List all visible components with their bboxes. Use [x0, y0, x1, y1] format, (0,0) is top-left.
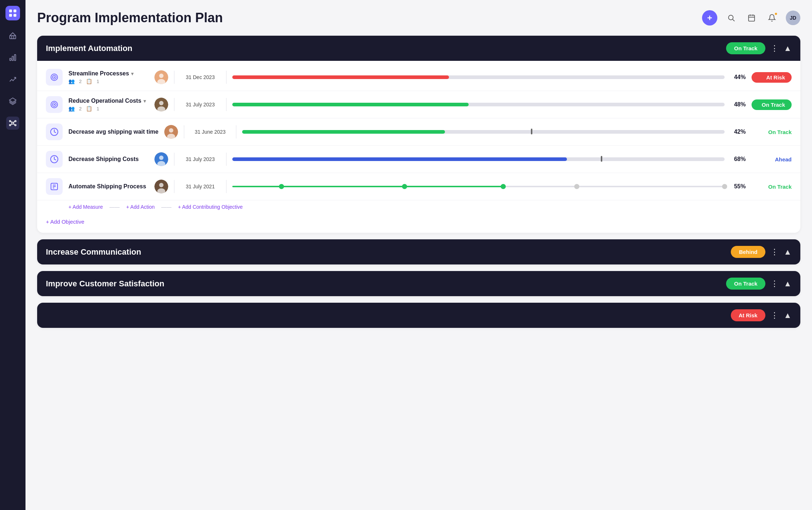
progress-area: 48%	[232, 101, 746, 108]
page-header: Program Implementation Plan	[37, 10, 800, 26]
objective-avatar	[154, 98, 168, 111]
section-title: Improve Customer Satisfaction	[46, 279, 164, 289]
status-text: On Track	[752, 129, 792, 135]
add-links-row: + Add Measure——+ Add Action——+ Add Contr…	[37, 200, 800, 215]
action-icon: 📋	[86, 78, 92, 84]
objective-row: Reduce Operational Costs▾ 👥 2 📋 1	[37, 91, 800, 118]
sidebar-item-network[interactable]	[6, 117, 19, 130]
main-content: Program Implementation Plan	[25, 0, 812, 510]
sidebar-item-trend[interactable]	[6, 73, 19, 86]
objective-name-area: Decrease avg shipping wait time	[68, 129, 158, 135]
chevron-icon[interactable]: ▾	[131, 71, 134, 76]
member-count: 2	[79, 106, 82, 111]
svg-point-39	[169, 128, 173, 133]
search-button[interactable]	[725, 11, 738, 24]
section-fourth-section: At Risk ⋮ ▲	[37, 303, 800, 328]
section-increase-communication: Increase Communication Behind ⋮ ▲	[37, 239, 800, 264]
section-status-badge: On Track	[726, 278, 765, 290]
divider	[174, 98, 174, 111]
svg-rect-5	[10, 58, 11, 60]
svg-point-13	[15, 125, 16, 126]
divider	[226, 98, 226, 111]
more-options-button[interactable]: ⋮	[770, 279, 779, 289]
svg-point-11	[15, 121, 16, 122]
status-text: On Track	[752, 184, 792, 190]
collapse-button[interactable]: ▲	[784, 247, 792, 257]
svg-line-15	[13, 121, 15, 123]
sidebar-logo[interactable]	[5, 6, 20, 20]
collapse-button[interactable]: ▲	[784, 279, 792, 289]
divider	[174, 71, 174, 84]
divider	[226, 71, 226, 84]
section-title: Implement Automation	[46, 44, 133, 53]
section-header-right: Behind ⋮ ▲	[731, 246, 792, 258]
notification-button[interactable]	[765, 11, 779, 24]
objective-date: 31 July 2021	[180, 184, 220, 189]
add-link-0[interactable]: + Add Measure	[68, 204, 103, 210]
svg-point-49	[159, 183, 163, 187]
svg-rect-1	[13, 9, 16, 12]
svg-rect-6	[12, 56, 13, 60]
svg-point-30	[159, 74, 163, 78]
svg-rect-2	[9, 14, 12, 17]
action-count: 1	[96, 79, 99, 84]
svg-rect-22	[749, 15, 755, 21]
svg-rect-7	[15, 55, 16, 61]
progress-percent: 68%	[730, 156, 746, 162]
section-implement-automation: Implement Automation On Track ⋮ ▲ Stream…	[37, 36, 800, 233]
objective-date: 31 July 2023	[180, 102, 220, 107]
svg-point-12	[9, 125, 11, 126]
sidebar-item-home[interactable]	[6, 29, 19, 42]
section-header-right: At Risk ⋮ ▲	[731, 309, 792, 321]
section-status-badge: On Track	[726, 42, 765, 54]
objective-date: 31 Dec 2023	[180, 74, 220, 80]
objective-icon-wrap	[46, 151, 63, 168]
objectives-list: Streamline Processes▾ 👥 2 📋 1	[37, 61, 800, 233]
svg-line-21	[733, 19, 734, 21]
section-header: Increase Communication Behind ⋮ ▲	[37, 239, 800, 264]
collapse-button[interactable]: ▲	[784, 44, 792, 53]
objective-icon-wrap	[46, 69, 63, 86]
member-icon: 👥	[68, 78, 75, 84]
status-text: Ahead	[752, 156, 792, 162]
separator: ——	[161, 204, 172, 210]
section-header-right: On Track ⋮ ▲	[726, 278, 792, 290]
svg-rect-4	[10, 36, 16, 39]
divider	[184, 125, 184, 138]
divider	[174, 153, 174, 166]
sidebar-item-layers[interactable]	[6, 95, 19, 108]
divider	[236, 125, 236, 138]
sidebar-item-chart[interactable]	[6, 51, 19, 64]
section-header: Improve Customer Satisfaction On Track ⋮…	[37, 271, 800, 296]
objective-row: Decrease avg shipping wait time 31 June …	[37, 118, 800, 146]
progress-percent: 55%	[730, 183, 746, 190]
objective-avatar	[154, 152, 168, 166]
objective-row: Decrease Shipping Costs 31 July 2023	[37, 146, 800, 173]
more-options-button[interactable]: ⋮	[770, 44, 779, 53]
progress-area: 44%	[232, 74, 746, 81]
objective-avatar	[154, 180, 168, 193]
section-status-badge: At Risk	[731, 309, 766, 321]
user-avatar[interactable]: JD	[786, 11, 800, 25]
section-header: Implement Automation On Track ⋮ ▲	[37, 36, 800, 61]
add-button[interactable]	[702, 10, 717, 26]
calendar-button[interactable]	[745, 11, 758, 24]
chevron-icon[interactable]: ▾	[143, 98, 146, 104]
header-actions: JD	[702, 10, 800, 26]
objective-icon-wrap	[46, 123, 63, 140]
page-title: Program Implementation Plan	[37, 10, 223, 26]
objective-name-area: Reduce Operational Costs▾ 👥 2 📋 1	[68, 98, 149, 111]
section-title: Increase Communication	[46, 247, 141, 257]
add-link-1[interactable]: + Add Action	[126, 204, 155, 210]
more-options-button[interactable]: ⋮	[770, 247, 779, 257]
objective-name: Decrease avg shipping wait time	[68, 129, 158, 135]
add-objective-link[interactable]: + Add Objective	[46, 219, 84, 225]
more-options-button[interactable]: ⋮	[770, 311, 779, 320]
progress-area: 55%	[232, 183, 746, 190]
collapse-button[interactable]: ▲	[784, 311, 792, 320]
section-header: At Risk ⋮ ▲	[37, 303, 800, 328]
add-link-2[interactable]: + Add Contributing Objective	[178, 204, 243, 210]
add-objective-row[interactable]: + Add Objective	[37, 215, 800, 231]
svg-point-20	[729, 15, 733, 20]
status-badge: On Track	[752, 99, 792, 110]
